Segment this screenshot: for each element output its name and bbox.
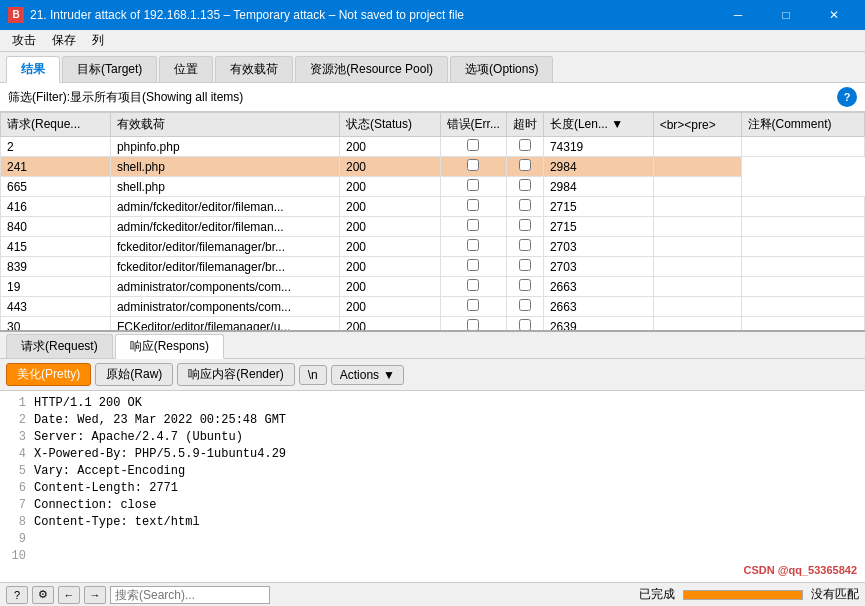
- tab-position[interactable]: 位置: [159, 56, 213, 82]
- tab-target[interactable]: 目标(Target): [62, 56, 157, 82]
- col-error[interactable]: 错误(Err...: [440, 113, 506, 137]
- minimize-button[interactable]: ─: [715, 0, 761, 30]
- tab-options[interactable]: 选项(Options): [450, 56, 553, 82]
- error-checkbox[interactable]: [467, 139, 479, 151]
- error-checkbox[interactable]: [467, 159, 479, 171]
- actions-label: Actions: [340, 368, 379, 382]
- code-line: 9: [8, 531, 857, 548]
- timeout-checkbox[interactable]: [519, 259, 531, 271]
- col-preview[interactable]: <br><pre>: [653, 113, 741, 137]
- cell-error: [440, 317, 506, 333]
- timeout-checkbox[interactable]: [519, 199, 531, 211]
- timeout-checkbox[interactable]: [519, 299, 531, 311]
- tab-response[interactable]: 响应(Respons): [115, 334, 224, 359]
- error-checkbox[interactable]: [467, 219, 479, 231]
- response-toolbar: 美化(Pretty) 原始(Raw) 响应内容(Render) \n Actio…: [0, 359, 865, 391]
- cell-length: 74319: [543, 137, 653, 157]
- cell-timeout: [506, 317, 543, 333]
- cell-error: [440, 197, 506, 217]
- col-payload[interactable]: 有效载荷: [110, 113, 339, 137]
- cell-id: 840: [1, 217, 111, 237]
- timeout-checkbox[interactable]: [519, 319, 531, 331]
- error-checkbox[interactable]: [467, 239, 479, 251]
- menu-save[interactable]: 保存: [44, 30, 84, 51]
- table-row[interactable]: 665 shell.php 200 2984: [1, 177, 865, 197]
- table-row[interactable]: 840 admin/fckeditor/editor/fileman... 20…: [1, 217, 865, 237]
- forward-button[interactable]: →: [84, 586, 106, 604]
- timeout-checkbox[interactable]: [519, 139, 531, 151]
- back-button[interactable]: ←: [58, 586, 80, 604]
- table-row[interactable]: 839 fckeditor/editor/filemanager/br... 2…: [1, 257, 865, 277]
- col-length[interactable]: 长度(Len... ▼: [543, 113, 653, 137]
- table-row[interactable]: 2 phpinfo.php 200 74319: [1, 137, 865, 157]
- menu-attack[interactable]: 攻击: [4, 30, 44, 51]
- cell-payload: fckeditor/editor/filemanager/br...: [110, 257, 339, 277]
- line-number: 7: [8, 497, 26, 514]
- cell-status: 200: [339, 257, 440, 277]
- raw-button[interactable]: 原始(Raw): [95, 363, 173, 386]
- menu-columns[interactable]: 列: [84, 30, 112, 51]
- render-button[interactable]: 响应内容(Render): [177, 363, 294, 386]
- col-timeout[interactable]: 超时: [506, 113, 543, 137]
- cell-preview: [653, 177, 741, 197]
- menu-bar: 攻击 保存 列: [0, 30, 865, 52]
- actions-button[interactable]: Actions ▼: [331, 365, 404, 385]
- tab-payload[interactable]: 有效载荷: [215, 56, 293, 82]
- error-checkbox[interactable]: [467, 199, 479, 211]
- filter-text: 筛选(Filter):显示所有项目(Showing all items): [8, 89, 243, 106]
- cell-length: 2715: [543, 217, 653, 237]
- timeout-checkbox[interactable]: [519, 239, 531, 251]
- maximize-button[interactable]: □: [763, 0, 809, 30]
- code-line: 10: [8, 548, 857, 565]
- cell-timeout: [506, 257, 543, 277]
- error-checkbox[interactable]: [467, 319, 479, 331]
- cell-preview: [653, 257, 741, 277]
- table-row[interactable]: 241 shell.php 200 2984: [1, 157, 865, 177]
- col-request[interactable]: 请求(Reque...: [1, 113, 111, 137]
- timeout-checkbox[interactable]: [519, 159, 531, 171]
- cell-comment: [741, 297, 864, 317]
- tab-resource-pool[interactable]: 资源池(Resource Pool): [295, 56, 448, 82]
- code-line: 6Content-Length: 2771: [8, 480, 857, 497]
- line-number: 10: [8, 548, 26, 565]
- error-checkbox[interactable]: [467, 179, 479, 191]
- status-text: 已完成: [639, 586, 675, 603]
- error-checkbox[interactable]: [467, 279, 479, 291]
- col-comment[interactable]: 注释(Comment): [741, 113, 864, 137]
- cell-timeout: [506, 157, 543, 177]
- table-row[interactable]: 415 fckeditor/editor/filemanager/br... 2…: [1, 237, 865, 257]
- pretty-button[interactable]: 美化(Pretty): [6, 363, 91, 386]
- cell-comment: [741, 257, 864, 277]
- table-row[interactable]: 443 administrator/components/com... 200 …: [1, 297, 865, 317]
- timeout-checkbox[interactable]: [519, 219, 531, 231]
- col-status[interactable]: 状态(Status): [339, 113, 440, 137]
- close-button[interactable]: ✕: [811, 0, 857, 30]
- code-line: 1HTTP/1.1 200 OK: [8, 395, 857, 412]
- help-button[interactable]: ?: [837, 87, 857, 107]
- response-code-area: 1HTTP/1.1 200 OK2Date: Wed, 23 Mar 2022 …: [0, 391, 865, 582]
- line-number: 1: [8, 395, 26, 412]
- search-input[interactable]: [110, 586, 270, 604]
- filter-bar: 筛选(Filter):显示所有项目(Showing all items) ?: [0, 83, 865, 112]
- cell-status: 200: [339, 177, 440, 197]
- tab-request[interactable]: 请求(Request): [6, 334, 113, 358]
- cell-length: 2663: [543, 297, 653, 317]
- cell-comment: [741, 277, 864, 297]
- table-row[interactable]: 30 FCKeditor/editor/filemanager/u... 200…: [1, 317, 865, 333]
- tab-results[interactable]: 结果: [6, 56, 60, 83]
- table-row[interactable]: 19 administrator/components/com... 200 2…: [1, 277, 865, 297]
- help-status-button[interactable]: ?: [6, 586, 28, 604]
- timeout-checkbox[interactable]: [519, 279, 531, 291]
- error-checkbox[interactable]: [467, 259, 479, 271]
- newline-button[interactable]: \n: [299, 365, 327, 385]
- window-title: 21. Intruder attack of 192.168.1.135 – T…: [30, 8, 464, 22]
- app-icon: B: [8, 7, 24, 23]
- cell-preview: [653, 317, 741, 333]
- error-checkbox[interactable]: [467, 299, 479, 311]
- table-row[interactable]: 416 admin/fckeditor/editor/fileman... 20…: [1, 197, 865, 217]
- cell-id: 30: [1, 317, 111, 333]
- settings-button[interactable]: ⚙: [32, 586, 54, 604]
- timeout-checkbox[interactable]: [519, 179, 531, 191]
- cell-status: 200: [339, 197, 440, 217]
- title-bar: B 21. Intruder attack of 192.168.1.135 –…: [0, 0, 865, 30]
